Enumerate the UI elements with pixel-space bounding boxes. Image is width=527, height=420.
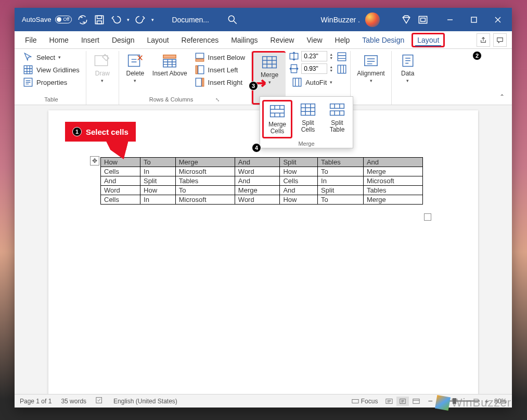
share-button[interactable] [477, 33, 490, 47]
table-cell[interactable]: Split [280, 158, 318, 167]
spellcheck-icon[interactable] [96, 397, 104, 405]
row-height-input[interactable] [301, 51, 327, 61]
status-page[interactable]: Page 1 of 1 [20, 398, 52, 405]
tab-view[interactable]: View [301, 33, 327, 47]
insert-right-button[interactable]: Insert Right [191, 76, 249, 88]
delete-button[interactable]: Delete▾ [122, 51, 148, 85]
print-layout-icon[interactable] [396, 397, 409, 406]
tab-insert[interactable]: Insert [76, 33, 105, 47]
status-language[interactable]: English (United States) [113, 398, 177, 405]
table-cell[interactable]: To [318, 167, 364, 176]
row-height-field[interactable]: ▲▼ [289, 51, 336, 61]
minimize-button[interactable] [438, 8, 462, 31]
table-cell[interactable]: To [318, 195, 364, 205]
table-cell[interactable]: Merge [363, 167, 422, 176]
split-cells-button[interactable]: Split Cells [294, 100, 322, 138]
table-cell[interactable]: Merge [235, 186, 280, 195]
zoom-out-icon[interactable]: − [428, 397, 432, 406]
table-cell[interactable]: And [235, 176, 280, 186]
zoom-slider[interactable] [438, 400, 480, 402]
comments-button[interactable] [493, 33, 507, 47]
table-cell[interactable]: Cells [101, 195, 140, 205]
alignment-button[interactable]: Alignment▾ [354, 51, 388, 85]
insert-below-button[interactable]: Insert Below [191, 51, 249, 63]
rows-cols-launcher-icon[interactable]: ⤡ [214, 97, 221, 103]
undo-more-icon[interactable]: ▾ [127, 17, 130, 22]
status-words[interactable]: 35 words [61, 398, 86, 405]
data-button[interactable]: Data▾ [395, 51, 421, 85]
distribute-rows-icon[interactable] [337, 52, 347, 61]
distribute-cols-icon[interactable] [337, 65, 347, 74]
tab-review[interactable]: Review [265, 33, 300, 47]
table-cell[interactable]: And [280, 186, 318, 195]
view-gridlines-button[interactable]: View Gridlines [20, 63, 83, 76]
merge-cells-button[interactable]: Merge Cells [262, 100, 292, 138]
table-cell[interactable]: Microsoft [175, 195, 235, 205]
table-cell[interactable]: Cells [280, 176, 318, 186]
autosave-toggle[interactable]: AutoSave Off [22, 16, 72, 23]
table-cell[interactable]: In [140, 167, 176, 176]
tab-table-design[interactable]: Table Design [357, 33, 409, 47]
table-cell[interactable]: How [280, 195, 318, 205]
table-cell[interactable]: Microsoft [363, 176, 422, 186]
tab-mailings[interactable]: Mailings [226, 33, 263, 47]
table-cell[interactable]: How [140, 186, 176, 195]
table-cell[interactable]: To [140, 158, 176, 167]
table-row[interactable]: AndSplitTablesAndCellsInMicrosoft [101, 176, 423, 186]
select-button[interactable]: Select▾ [20, 51, 64, 63]
table-row[interactable]: HowToMergeAndSplitTablesAnd [101, 158, 423, 167]
col-width-input[interactable] [301, 63, 327, 74]
user-avatar[interactable] [365, 12, 380, 27]
table-cell[interactable]: And [235, 158, 280, 167]
properties-button[interactable]: Properties [20, 76, 70, 88]
close-button[interactable] [486, 8, 510, 31]
table-cell[interactable]: Microsoft [175, 167, 235, 176]
insert-above-button[interactable]: Insert Above [149, 51, 190, 79]
table-cell[interactable]: In [140, 195, 176, 205]
col-width-field[interactable]: ▲▼ [289, 63, 336, 74]
zoom-in-icon[interactable]: + [485, 397, 489, 405]
document-table[interactable]: HowToMergeAndSplitTablesAndCellsInMicros… [100, 157, 423, 205]
table-move-handle-icon[interactable]: ✥ [90, 156, 99, 166]
table-cell[interactable]: Cells [101, 167, 140, 176]
autosave-switch-icon[interactable]: Off [55, 16, 72, 23]
table-cell[interactable]: Merge [175, 158, 235, 167]
tab-help[interactable]: Help [330, 33, 355, 47]
search-icon[interactable] [227, 14, 238, 26]
table-resize-handle-icon[interactable] [424, 213, 431, 221]
split-table-button[interactable]: Split Table [324, 100, 351, 138]
redo-icon[interactable] [135, 14, 146, 26]
table-cell[interactable]: Split [140, 176, 176, 186]
maximize-button[interactable] [462, 8, 486, 31]
web-layout-icon[interactable] [410, 397, 422, 406]
save-icon[interactable] [94, 14, 105, 26]
diamond-icon[interactable] [401, 14, 412, 26]
table-row[interactable]: CellsInMicrosoftWordHowToMerge [101, 167, 423, 176]
table-cell[interactable]: Word [235, 167, 280, 176]
table-cell[interactable]: Tables [363, 186, 422, 195]
tab-design[interactable]: Design [107, 33, 140, 47]
table-row[interactable]: WordHowToMergeAndSplitTables [101, 186, 423, 195]
read-mode-icon[interactable] [383, 397, 395, 406]
table-cell[interactable]: Split [318, 186, 364, 195]
collapse-ribbon-icon[interactable]: ⌃ [499, 93, 505, 100]
table-cell[interactable]: Merge [363, 195, 422, 205]
undo-icon[interactable] [110, 14, 122, 26]
tab-table-layout[interactable]: Layout [412, 33, 445, 47]
table-cell[interactable]: Tables [318, 158, 364, 167]
table-cell[interactable]: In [318, 176, 364, 186]
table-cell[interactable]: And [363, 158, 422, 167]
sync-icon[interactable] [77, 14, 88, 26]
zoom-level[interactable]: 80% [494, 398, 507, 405]
tab-references[interactable]: References [176, 33, 224, 47]
tab-layout[interactable]: Layout [142, 33, 174, 47]
focus-mode-button[interactable]: Focus [352, 398, 378, 405]
tab-file[interactable]: File [20, 33, 42, 47]
display-mode-icon[interactable] [417, 14, 429, 26]
qat-customize-icon[interactable]: ▾ [151, 17, 154, 22]
table-cell[interactable]: Word [235, 195, 280, 205]
table-cell[interactable]: Tables [175, 176, 235, 186]
table-cell[interactable]: Word [101, 186, 140, 195]
tab-home[interactable]: Home [44, 33, 74, 47]
insert-left-button[interactable]: Insert Left [191, 63, 249, 76]
